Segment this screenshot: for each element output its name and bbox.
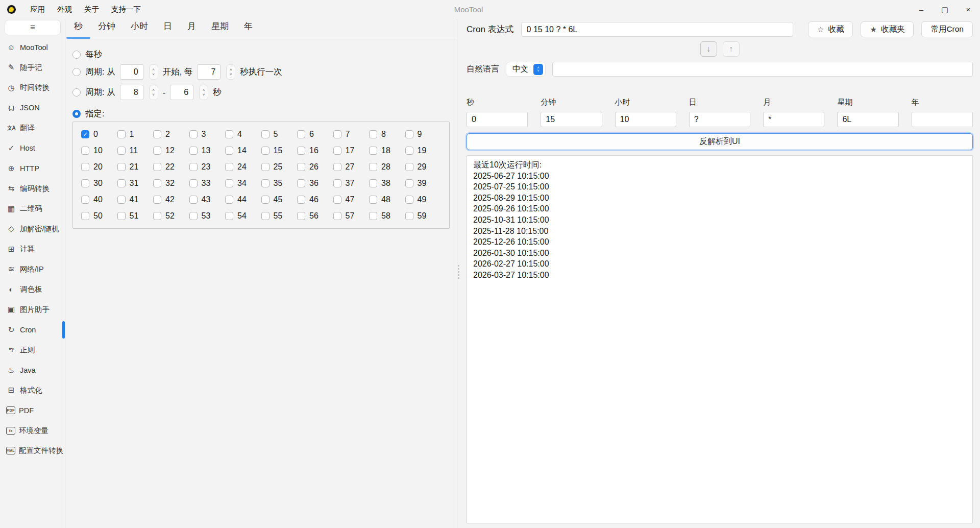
checkbox[interactable]	[189, 130, 198, 138]
menu-item[interactable]: 支持一下	[105, 2, 147, 17]
checkbox[interactable]	[189, 212, 198, 220]
checkbox[interactable]	[405, 130, 413, 138]
second-checkbox-cell[interactable]: 30	[81, 178, 117, 189]
second-checkbox-cell[interactable]: 19	[405, 145, 442, 156]
second-checkbox-cell[interactable]: 24	[225, 161, 261, 173]
panel-splitter[interactable]	[457, 19, 461, 528]
field-input-minutes[interactable]	[541, 112, 602, 127]
field-input-seconds[interactable]	[467, 112, 528, 127]
checkbox[interactable]	[153, 196, 161, 204]
cycle-step-spinner[interactable]: ˄ ˅	[226, 64, 235, 80]
option-cycle-range[interactable]: 周期: 从 ˄ ˅ - ˄ ˅ 秒	[72, 84, 457, 101]
second-checkbox-cell[interactable]: 17	[333, 145, 370, 156]
checkbox[interactable]	[369, 147, 377, 155]
second-checkbox-cell[interactable]: 7	[333, 129, 370, 140]
option-cycle-start-step[interactable]: 周期: 从 ˄ ˅ 开始, 每 ˄ ˅ 秒执行一次	[72, 64, 457, 80]
checkbox[interactable]	[153, 179, 161, 187]
cron-expression-input[interactable]	[521, 22, 793, 37]
second-checkbox-cell[interactable]: 57	[333, 210, 370, 222]
tab-year[interactable]: 年	[243, 20, 253, 39]
tab-minutes[interactable]: 分钟	[97, 20, 116, 39]
checkbox[interactable]	[261, 163, 270, 171]
checkbox[interactable]	[333, 179, 341, 187]
second-checkbox-cell[interactable]: 56	[297, 210, 333, 222]
spinner-up-icon[interactable]: ˄	[230, 68, 232, 71]
second-checkbox-cell[interactable]: 42	[153, 194, 189, 205]
second-checkbox-cell[interactable]: 53	[189, 210, 226, 222]
range-to-input[interactable]	[170, 85, 193, 100]
spinner-down-icon[interactable]: ˅	[152, 73, 155, 76]
checkbox[interactable]	[81, 147, 89, 155]
checkbox[interactable]	[369, 130, 377, 138]
second-checkbox-cell[interactable]: 23	[189, 161, 226, 173]
second-checkbox-cell[interactable]: 8	[369, 129, 405, 140]
checkbox[interactable]	[369, 212, 377, 220]
tab-day[interactable]: 日	[163, 20, 173, 39]
checkbox[interactable]	[81, 212, 89, 220]
second-checkbox-cell[interactable]: 20	[81, 161, 117, 173]
checkbox[interactable]	[369, 163, 377, 171]
checkbox[interactable]	[261, 130, 270, 138]
minimize-button[interactable]: –	[910, 0, 933, 19]
checkbox[interactable]	[405, 196, 413, 204]
second-checkbox-cell[interactable]: 14	[225, 145, 261, 156]
splitter-grip-icon[interactable]	[458, 265, 459, 279]
radio-specify[interactable]	[72, 110, 81, 118]
cycle-step-input[interactable]	[197, 64, 220, 80]
tab-week[interactable]: 星期	[211, 20, 229, 39]
checkbox[interactable]: ✓	[81, 130, 89, 138]
sidebar-item-translate[interactable]: 文A翻译	[0, 118, 65, 138]
sidebar-item-config-convert[interactable]: YML配置文件转换	[0, 441, 65, 461]
checkbox[interactable]	[153, 147, 161, 155]
second-checkbox-cell[interactable]: 26	[297, 161, 333, 173]
checkbox[interactable]	[333, 196, 341, 204]
spinner-up-icon[interactable]: ˄	[152, 89, 155, 92]
checkbox[interactable]	[225, 147, 233, 155]
second-checkbox-cell[interactable]: 18	[369, 145, 405, 156]
second-checkbox-cell[interactable]: 55	[261, 210, 298, 222]
checkbox[interactable]	[81, 163, 89, 171]
checkbox[interactable]	[153, 212, 161, 220]
sidebar-item-env-vars[interactable]: fx环境变量	[0, 421, 65, 441]
second-checkbox-cell[interactable]: 50	[81, 210, 117, 222]
checkbox[interactable]	[405, 147, 413, 155]
checkbox[interactable]	[117, 179, 126, 187]
sidebar-item-pdf[interactable]: PDFPDF	[0, 400, 65, 421]
checkbox[interactable]	[261, 196, 270, 204]
second-checkbox-cell[interactable]: 29	[405, 161, 442, 173]
checkbox[interactable]	[405, 212, 413, 220]
second-checkbox-cell[interactable]: 6	[297, 129, 333, 140]
second-checkbox-cell[interactable]: 48	[369, 194, 405, 205]
checkbox[interactable]	[117, 212, 126, 220]
second-checkbox-cell[interactable]: 54	[225, 210, 261, 222]
second-checkbox-cell[interactable]: 46	[297, 194, 333, 205]
checkbox[interactable]	[225, 130, 233, 138]
reverse-parse-button[interactable]: 反解析到UI	[467, 133, 973, 150]
second-checkbox-cell[interactable]: 51	[117, 210, 154, 222]
second-checkbox-cell[interactable]: 37	[333, 178, 370, 189]
sidebar-item-notes[interactable]: ✎随手记	[0, 58, 65, 78]
second-checkbox-cell[interactable]: 44	[225, 194, 261, 205]
second-checkbox-cell[interactable]: 5	[261, 129, 298, 140]
favorite-button[interactable]: ☆收藏	[808, 21, 853, 37]
checkbox[interactable]	[225, 212, 233, 220]
sidebar-item-encoding[interactable]: ⇆编码转换	[0, 179, 65, 199]
checkbox[interactable]	[189, 163, 198, 171]
close-button[interactable]: ×	[957, 0, 980, 19]
sidebar-item-calc[interactable]: ⊞计算	[0, 239, 65, 259]
second-checkbox-cell[interactable]: 34	[225, 178, 261, 189]
checkbox[interactable]	[117, 147, 126, 155]
sidebar-item-crypto-random[interactable]: ◇加解密/随机	[0, 219, 65, 239]
second-checkbox-cell[interactable]: 1	[117, 129, 154, 140]
common-button[interactable]: 常用Cron	[921, 21, 973, 37]
checkbox[interactable]	[333, 212, 341, 220]
second-checkbox-cell[interactable]: 45	[261, 194, 298, 205]
radio-every-second[interactable]	[72, 51, 81, 59]
natural-language-input[interactable]	[552, 62, 973, 77]
second-checkbox-cell[interactable]: 41	[117, 194, 154, 205]
second-checkbox-cell[interactable]: 43	[189, 194, 226, 205]
sidebar-item-cron[interactable]: ↻Cron	[0, 320, 65, 340]
sidebar-item-host[interactable]: ✓Host	[0, 138, 65, 159]
spinner-down-icon[interactable]: ˅	[203, 93, 205, 97]
range-from-input[interactable]	[120, 85, 143, 100]
